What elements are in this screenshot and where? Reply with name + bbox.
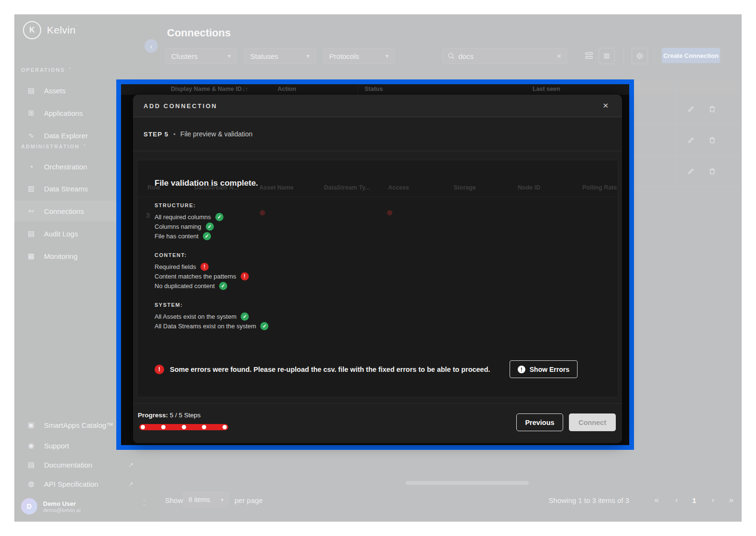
column-display-name: Display Name & Name ID: [171, 86, 242, 92]
validation-results: File validation is complete. STRUCTURE: …: [155, 179, 268, 331]
progress-step-dot: [202, 425, 206, 429]
previous-button[interactable]: Previous: [516, 413, 563, 431]
modal-header: ADD CONNECTION ✕: [133, 95, 622, 117]
validation-item: Content matches the patterns !: [155, 271, 268, 281]
table-header-snapshot: Display Name & Name ID ↓↑ Action Status …: [121, 84, 629, 95]
validation-item: File has content ✓: [155, 231, 268, 241]
step-title: File preview & validation: [180, 130, 253, 138]
error-message: Some errors were found. Please re-upload…: [170, 366, 490, 373]
validation-item: All Data Streams exist on the system ✓: [155, 321, 268, 331]
validation-item: Columns naming ✓: [155, 222, 268, 231]
error-banner: ! Some errors were found. Please re-uplo…: [155, 360, 578, 378]
close-icon[interactable]: ✕: [602, 101, 609, 110]
progress-bar: [139, 424, 228, 430]
modal-title: ADD CONNECTION: [144, 102, 217, 110]
validation-item: All Assets exist on the system ✓: [155, 312, 268, 321]
check-icon: ✓: [260, 322, 268, 330]
ghost-column: Node ID: [518, 184, 540, 191]
validation-item: Required fields !: [155, 262, 268, 271]
progress-step-dot: [182, 425, 186, 429]
step-bar: STEP 5 • File preview & validation: [133, 117, 622, 151]
modal-footer: Progress: 5 / 5 Steps Previous Connect: [133, 403, 622, 443]
column-divider: [358, 84, 358, 95]
validation-heading: File validation is complete.: [155, 179, 268, 188]
check-icon: ✓: [215, 213, 223, 221]
highlight-frame: Display Name & Name ID ↓↑ Action Status …: [116, 79, 634, 450]
validation-item: All required columns ✓: [155, 212, 268, 222]
ghost-column: Storage: [454, 184, 476, 191]
ghost-row-number: 3: [146, 211, 150, 219]
ghost-column: DataStream Ty...: [324, 184, 370, 191]
add-connection-modal: ADD CONNECTION ✕ STEP 5 • File preview &…: [133, 95, 622, 443]
progress-step-dot: [141, 425, 145, 429]
group-structure-label: STRUCTURE:: [155, 202, 268, 208]
sort-icon: ↓↑: [242, 86, 248, 92]
validation-panel: Row DataStream N... Asset Name DataStrea…: [137, 160, 618, 397]
error-icon: !: [200, 263, 209, 271]
check-icon: ✓: [203, 232, 211, 240]
connect-button[interactable]: Connect: [569, 413, 616, 431]
error-icon: !: [241, 272, 249, 280]
check-icon: ✓: [206, 223, 214, 231]
column-last-seen: Last seen: [533, 86, 560, 92]
step-separator: •: [173, 131, 176, 138]
screen: K Kelvin’ OPERATIONS ˇ ▤ Assets ⊞ Applic…: [0, 0, 756, 536]
ghost-column: Polling Rate: [582, 184, 617, 191]
show-errors-button[interactable]: ! Show Errors: [510, 360, 578, 378]
error-icon: !: [155, 365, 164, 374]
check-icon: ✓: [241, 313, 249, 321]
column-status: Status: [365, 86, 383, 92]
ghost-error-dot: [387, 210, 392, 215]
check-icon: ✓: [219, 282, 227, 290]
ghost-column: Access: [388, 184, 409, 191]
error-icon: !: [518, 366, 525, 373]
group-system-label: SYSTEM:: [155, 302, 268, 308]
group-content-label: CONTENT:: [155, 252, 268, 258]
progress-step-dot: [222, 425, 227, 429]
progress-label: Progress: 5 / 5 Steps: [138, 412, 200, 419]
progress-step-dot: [161, 425, 166, 429]
step-label: STEP 5: [144, 131, 168, 138]
column-action: Action: [278, 86, 296, 92]
validation-item: No duplicated content ✓: [155, 281, 268, 290]
